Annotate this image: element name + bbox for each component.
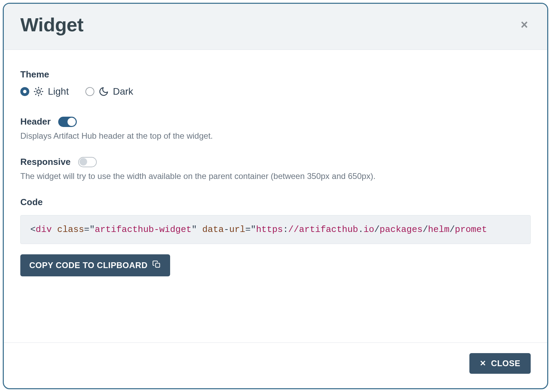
close-button-label: CLOSE	[491, 359, 520, 368]
close-x-icon: ✕	[480, 360, 486, 367]
theme-options: Light Dark	[20, 86, 531, 97]
code-token: class	[57, 224, 84, 235]
radio-light[interactable]	[20, 87, 29, 96]
code-token: /	[449, 224, 455, 235]
code-token: io	[364, 224, 374, 235]
modal-title: Widget	[20, 13, 83, 36]
code-token: artifacthub-widget	[95, 224, 191, 235]
svg-line-8	[41, 88, 42, 89]
svg-line-7	[35, 94, 36, 95]
code-token: url	[229, 224, 245, 235]
widget-modal: Widget × Theme	[3, 3, 548, 389]
modal-footer: ✕ CLOSE	[4, 342, 547, 388]
theme-option-light[interactable]: Light	[20, 86, 69, 97]
code-token: div	[36, 224, 52, 235]
header-label: Header	[20, 116, 51, 127]
responsive-help-text: The widget will try to use the width ava…	[20, 171, 531, 181]
modal-header: Widget ×	[4, 4, 547, 50]
modal-body: Theme Light	[4, 50, 547, 342]
code-token: data	[202, 224, 223, 235]
responsive-row: Responsive	[20, 157, 531, 167]
code-token: /	[374, 224, 380, 235]
code-token: /	[423, 224, 428, 235]
copy-code-label: COPY CODE TO CLIPBOARD	[29, 261, 147, 270]
code-token: ="	[84, 224, 95, 235]
code-token: //	[288, 224, 299, 235]
svg-point-0	[37, 90, 40, 93]
code-token: artifacthub	[299, 224, 358, 235]
radio-dark[interactable]	[85, 87, 94, 96]
theme-light-label: Light	[48, 86, 69, 97]
responsive-toggle[interactable]	[78, 157, 97, 167]
sun-icon	[33, 86, 44, 97]
moon-icon	[98, 86, 109, 97]
header-row: Header	[20, 116, 531, 127]
code-token: "	[191, 224, 197, 235]
code-token: .	[358, 224, 364, 235]
code-token	[52, 224, 57, 235]
theme-option-dark[interactable]: Dark	[85, 86, 133, 97]
code-token: -	[224, 224, 229, 235]
svg-line-3	[35, 88, 36, 89]
header-help-text: Displays Artifact Hub header at the top …	[20, 131, 531, 141]
code-token: promet	[455, 224, 487, 235]
close-button[interactable]: ✕ CLOSE	[469, 353, 531, 374]
theme-label: Theme	[20, 69, 531, 80]
code-token: :	[283, 224, 288, 235]
code-token: helm	[428, 224, 449, 235]
close-icon[interactable]: ×	[518, 17, 531, 32]
code-token	[197, 224, 202, 235]
copy-icon	[152, 260, 161, 271]
header-toggle[interactable]	[58, 117, 77, 127]
code-token: ="	[245, 224, 256, 235]
code-label: Code	[20, 197, 531, 208]
theme-dark-label: Dark	[113, 86, 133, 97]
svg-line-4	[41, 94, 42, 95]
code-token: packages	[380, 224, 423, 235]
responsive-label: Responsive	[20, 157, 71, 167]
copy-code-button[interactable]: COPY CODE TO CLIPBOARD	[20, 254, 170, 276]
code-token: https	[256, 224, 283, 235]
code-block[interactable]: <div class="artifacthub-widget" data-url…	[20, 215, 531, 244]
code-token: <	[30, 224, 36, 235]
svg-rect-9	[156, 263, 160, 267]
